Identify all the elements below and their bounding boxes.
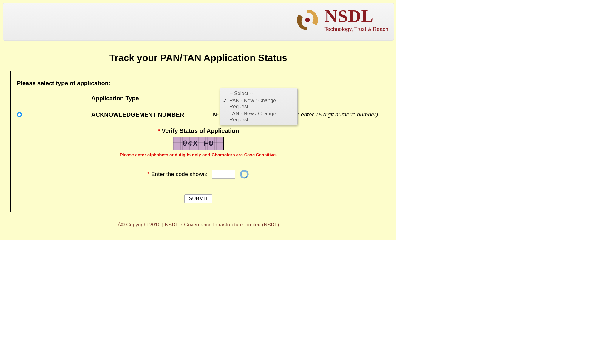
brand-tagline: Technology, Trust & Reach [324, 26, 388, 32]
dropdown-option-pan[interactable]: PAN - New / Change Request [220, 97, 297, 110]
application-type-dropdown[interactable]: -- Select -- PAN - New / Change Request … [220, 88, 298, 125]
ack-radio[interactable] [17, 112, 22, 117]
brand-logo: NSDL Technology, Trust & Reach [296, 7, 388, 32]
enter-code-row: * Enter the code shown: [17, 169, 380, 179]
dropdown-option-tan[interactable]: TAN - New / Change Request [220, 110, 297, 123]
page-container: NSDL Technology, Trust & Reach Track you… [0, 0, 397, 240]
brand-name: NSDL [324, 7, 373, 25]
captcha-input[interactable] [212, 170, 235, 179]
form-prompt: Please select type of application: [17, 80, 380, 87]
submit-button[interactable]: SUBMIT [184, 194, 212, 203]
svg-point-0 [305, 18, 310, 22]
swirl-icon [296, 8, 319, 32]
required-star-2: * [147, 171, 149, 177]
header-bar: NSDL Technology, Trust & Reach [3, 3, 394, 41]
captcha-text: 04X FU [182, 139, 214, 148]
verify-title-text: Verify Status of Application [162, 127, 239, 134]
captcha-image: 04X FU [173, 137, 224, 150]
required-star: * [158, 127, 160, 134]
application-type-label: Application Type [91, 95, 211, 102]
verify-title: * Verify Status of Application [17, 127, 380, 134]
captcha-note: Please enter alphabets and digits only a… [17, 152, 380, 157]
brand-text: NSDL Technology, Trust & Reach [324, 7, 388, 32]
refresh-icon[interactable] [239, 169, 249, 179]
page-title: Track your PAN/TAN Application Status [3, 52, 394, 63]
ack-label: ACKNOWLEDGEMENT NUMBER [91, 111, 211, 118]
form-box: Please select type of application: Appli… [10, 71, 387, 213]
enter-code-label: * Enter the code shown: [147, 171, 208, 178]
verify-block: * Verify Status of Application 04X FU Pl… [17, 127, 380, 203]
row-ack-number: ACKNOWLEDGEMENT NUMBER N- (Please enter … [17, 110, 380, 119]
footer-text: Â© Copyright 2010 | NSDL e-Governance In… [3, 222, 394, 228]
row-application-type: Application Type [17, 95, 380, 102]
dropdown-option-select[interactable]: -- Select -- [220, 90, 297, 97]
